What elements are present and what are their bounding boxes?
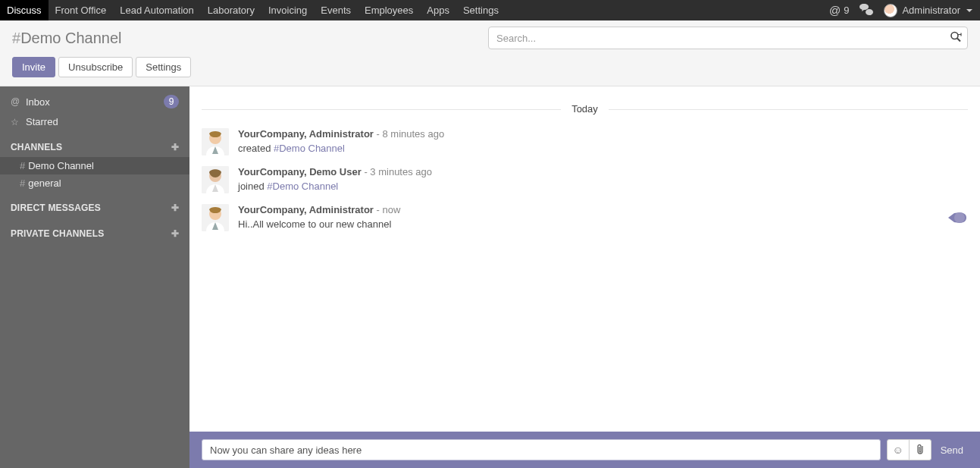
composer: ☺ Send <box>189 432 980 468</box>
message-body: YourCompany, Administrator - nowHi..All … <box>238 204 936 230</box>
message-text: created #Demo Channel <box>238 143 968 154</box>
user-menu[interactable]: Administrator <box>884 4 972 17</box>
search-input[interactable] <box>488 27 968 49</box>
composer-icon-buttons: ☺ <box>887 439 931 460</box>
thread-name: Demo Channel <box>20 30 121 46</box>
compose-input[interactable] <box>202 439 881 460</box>
mentions-count: 9 <box>844 5 849 16</box>
nav-item-settings[interactable]: Settings <box>456 0 506 20</box>
star-icon: ☆ <box>11 117 23 127</box>
sidebar-channels-list: #Demo Channel#general <box>0 157 189 192</box>
mentions-indicator[interactable]: @ 9 <box>829 4 849 17</box>
message: YourCompany, Administrator - 8 minutes a… <box>202 128 968 155</box>
section-dm-label: DIRECT MESSAGES <box>11 203 101 213</box>
add-private-icon[interactable]: ✚ <box>171 228 179 239</box>
message-time: - 3 minutes ago <box>364 166 432 177</box>
emoji-button[interactable]: ☺ <box>887 439 910 460</box>
control-panel: #Demo Channel Invite Unsubscribe Setting… <box>0 20 980 86</box>
message-author: YourCompany, Demo User <box>238 166 362 177</box>
channel-settings-button[interactable]: Settings <box>136 57 191 77</box>
message-author: YourCompany, Administrator <box>238 128 374 140</box>
message-time: - now <box>377 204 401 215</box>
inbox-label: Inbox <box>26 96 164 108</box>
add-channel-icon[interactable]: ✚ <box>171 142 179 152</box>
message-action-text: created <box>238 143 274 154</box>
message-header: YourCompany, Demo User - 3 minutes ago <box>238 166 968 177</box>
nav-item-front-office[interactable]: Front Office <box>49 0 114 20</box>
svg-point-10 <box>954 212 965 223</box>
hash-icon: # <box>20 160 25 171</box>
messages-pane: Today YourCompany, Administrator - 8 min… <box>189 86 980 432</box>
unsubscribe-button[interactable]: Unsubscribe <box>58 57 133 77</box>
nav-left: DiscussFront OfficeLead AutomationLabora… <box>0 0 506 20</box>
top-navbar: DiscussFront OfficeLead AutomationLabora… <box>0 0 980 20</box>
sidebar-section-private: PRIVATE CHANNELS ✚ <box>0 218 189 243</box>
message-time: - 8 minutes ago <box>377 128 445 140</box>
thread-title: #Demo Channel <box>12 30 122 47</box>
message-body: YourCompany, Administrator - 8 minutes a… <box>238 128 968 154</box>
at-icon: @ <box>829 4 841 17</box>
at-icon: @ <box>11 96 23 107</box>
inbox-badge: 9 <box>164 95 179 108</box>
nav-item-employees[interactable]: Employees <box>358 0 420 20</box>
message-text: Hi..All welcome to our new channel <box>238 218 936 230</box>
channel-link[interactable]: #Demo Channel <box>267 181 338 192</box>
hash-icon: # <box>20 177 25 189</box>
user-avatar-icon <box>884 4 897 17</box>
sidebar-section-dm: DIRECT MESSAGES ✚ <box>0 192 189 218</box>
hash-prefix: # <box>12 30 20 46</box>
message-avatar <box>202 128 229 155</box>
channel-item-demo-channel[interactable]: #Demo Channel <box>0 157 189 174</box>
starred-label: Starred <box>26 116 179 127</box>
send-button[interactable]: Send <box>938 444 968 456</box>
message-avatar <box>202 166 229 193</box>
smiley-icon: ☺ <box>892 444 903 456</box>
message: YourCompany, Demo User - 3 minutes agojo… <box>202 166 968 193</box>
user-name: Administrator <box>902 5 960 16</box>
nav-item-laboratory[interactable]: Laboratory <box>201 0 261 20</box>
message-body: YourCompany, Demo User - 3 minutes agojo… <box>238 166 968 192</box>
channel-name: Demo Channel <box>28 160 94 171</box>
sidebar: @ Inbox 9 ☆ Starred CHANNELS ✚ #Demo Cha… <box>0 86 189 468</box>
invite-button[interactable]: Invite <box>12 57 55 77</box>
nav-item-discuss[interactable]: Discuss <box>0 0 49 20</box>
channel-item-general[interactable]: #general <box>0 174 189 192</box>
channel-link[interactable]: #Demo Channel <box>274 143 345 154</box>
message-text: joined #Demo Channel <box>238 181 968 192</box>
nav-item-invoicing[interactable]: Invoicing <box>261 0 314 20</box>
nav-item-lead-automation[interactable]: Lead Automation <box>113 0 201 20</box>
sidebar-inbox[interactable]: @ Inbox 9 <box>0 91 189 112</box>
sidebar-starred[interactable]: ☆ Starred <box>0 112 189 131</box>
paperclip-icon <box>916 444 925 457</box>
caret-down-icon <box>966 9 972 12</box>
date-label: Today <box>561 103 609 115</box>
chat-bubbles-icon[interactable] <box>859 4 873 17</box>
attach-button[interactable] <box>909 439 931 460</box>
message-header: YourCompany, Administrator - 8 minutes a… <box>238 128 968 140</box>
add-dm-icon[interactable]: ✚ <box>171 203 179 213</box>
nav-item-apps[interactable]: Apps <box>420 0 456 20</box>
message-hover-action-icon[interactable] <box>945 209 968 227</box>
section-private-label: PRIVATE CHANNELS <box>11 228 104 239</box>
message-author: YourCompany, Administrator <box>238 204 374 215</box>
message: YourCompany, Administrator - nowHi..All … <box>202 204 968 231</box>
message-action-text: joined <box>238 181 267 192</box>
sidebar-section-channels: CHANNELS ✚ <box>0 131 189 157</box>
message-header: YourCompany, Administrator - now <box>238 204 936 215</box>
nav-right: @ 9 Administrator <box>829 0 980 20</box>
section-channels-label: CHANNELS <box>11 142 62 152</box>
date-separator: Today <box>202 103 968 115</box>
channel-name: general <box>28 177 61 189</box>
search-icon[interactable] <box>950 31 962 46</box>
nav-item-events[interactable]: Events <box>314 0 358 20</box>
thread: Today YourCompany, Administrator - 8 min… <box>189 86 980 468</box>
svg-line-1 <box>957 39 960 42</box>
message-avatar <box>202 204 229 231</box>
svg-point-0 <box>951 33 958 39</box>
